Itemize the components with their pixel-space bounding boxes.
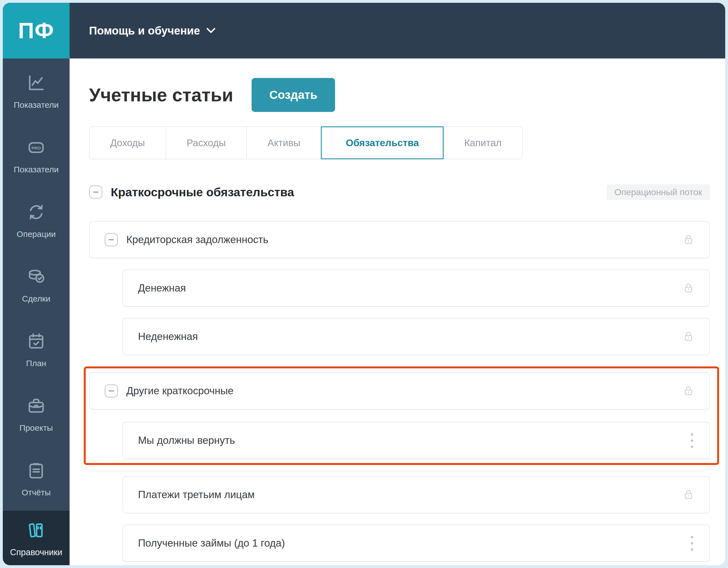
row-my-dolzhny-vernut[interactable]: Мы должны вернуть xyxy=(122,422,710,459)
row-nedenezhnaya[interactable]: Неденежная xyxy=(122,318,710,355)
sidebar-item-operacii[interactable]: Операции xyxy=(3,188,70,252)
sidebar-item-label: Сделки xyxy=(22,295,50,303)
help-menu-label: Помощь и обучение xyxy=(89,24,200,37)
page-title: Учетные статьи xyxy=(89,85,233,105)
collapse-minus-icon[interactable] xyxy=(89,185,102,199)
lock-icon xyxy=(682,282,695,295)
category-tabs: Доходы Расходы Активы Обязательства Капи… xyxy=(89,126,710,159)
sidebar-item-label: Проекты xyxy=(19,424,53,432)
row-creditor-debt[interactable]: Кредиторская задолженность xyxy=(89,221,710,258)
lock-icon xyxy=(682,233,695,246)
tab-aktivy[interactable]: Активы xyxy=(246,126,321,159)
lock-icon xyxy=(682,330,695,343)
help-menu[interactable]: Помощь и обучение xyxy=(89,24,216,37)
section-header: Краткосрочные обязательства Операционный… xyxy=(89,183,710,201)
row-label: Неденежная xyxy=(138,331,198,343)
row-label: Другие краткосрочные xyxy=(126,385,233,397)
pro-badge-icon: PRO xyxy=(26,137,47,158)
lock-icon xyxy=(682,385,695,397)
account-rows: Кредиторская задолженность Денежная xyxy=(89,221,710,562)
row-label: Платежи третьим лицам xyxy=(138,489,255,501)
top-bar: Помощь и обучение xyxy=(3,3,725,58)
sidebar-item-otchety[interactable]: Отчёты xyxy=(3,446,70,511)
collapse-minus-icon[interactable] xyxy=(105,384,118,398)
sidebar-item-pokazateli[interactable]: Показатели xyxy=(3,58,70,123)
collapse-minus-icon[interactable] xyxy=(105,233,118,246)
row-platezhi-tretim-licam[interactable]: Платежи третьим лицам xyxy=(122,476,710,513)
row-drugie-kratkosrochnye[interactable]: Другие краткосрочные xyxy=(89,372,710,410)
sidebar-item-sdelki[interactable]: Сделки xyxy=(3,252,70,317)
row-label: Денежная xyxy=(138,282,186,294)
sidebar-item-pokazateli-pro[interactable]: PRO Показатели xyxy=(3,123,70,188)
line-chart-icon xyxy=(26,72,47,93)
highlight-group: Другие краткосрочные Мы должны вернуть xyxy=(84,367,719,465)
app-logo[interactable]: ПФ xyxy=(3,3,70,58)
sidebar-item-label: Операции xyxy=(17,230,56,238)
section-title: Краткосрочные обязательства xyxy=(111,185,294,199)
tab-kapital[interactable]: Капитал xyxy=(443,126,523,159)
row-poluchennye-zaymy[interactable]: Полученные займы (до 1 года) xyxy=(122,525,710,562)
row-denezhnaya[interactable]: Денежная xyxy=(122,269,710,307)
tab-rashody[interactable]: Расходы xyxy=(166,126,247,159)
row-label: Кредиторская задолженность xyxy=(126,234,268,245)
app-logo-text: ПФ xyxy=(18,18,54,43)
coins-check-icon xyxy=(26,266,47,288)
briefcase-icon xyxy=(26,395,47,417)
sidebar-item-spravochniki[interactable]: Справочники xyxy=(3,511,70,565)
sidebar-item-label: Показатели xyxy=(14,165,59,174)
title-row: Учетные статьи Создать xyxy=(89,78,710,112)
sidebar-item-plan[interactable]: План xyxy=(3,317,70,382)
sidebar-item-label: Справочники xyxy=(10,548,62,557)
create-button[interactable]: Создать xyxy=(252,78,335,112)
app-window: Помощь и обучение ПФ Показатели PR xyxy=(3,3,725,565)
clipboard-icon xyxy=(26,460,47,481)
tab-dohody[interactable]: Доходы xyxy=(89,126,166,159)
main-content: Учетные статьи Создать Доходы Расходы Ак… xyxy=(70,58,725,565)
kebab-menu-icon[interactable] xyxy=(689,534,695,552)
calendar-check-icon xyxy=(26,331,47,352)
flow-type-badge: Операционный поток xyxy=(607,184,710,200)
sidebar-item-label: Отчёты xyxy=(22,488,51,497)
sync-arrows-icon xyxy=(26,201,47,223)
books-icon xyxy=(26,520,47,541)
lock-icon xyxy=(682,488,695,501)
tab-obyazatelstva[interactable]: Обязательства xyxy=(321,126,444,159)
chevron-down-icon xyxy=(206,28,216,34)
kebab-menu-icon[interactable] xyxy=(689,432,695,450)
sidebar-item-proekty[interactable]: Проекты xyxy=(3,382,70,446)
sidebar: Показатели PRO Показатели Операции xyxy=(3,58,70,565)
sidebar-item-label: Показатели xyxy=(14,101,59,109)
sidebar-item-label: План xyxy=(26,359,46,368)
row-label: Мы должны вернуть xyxy=(138,435,235,446)
svg-text:PRO: PRO xyxy=(31,146,41,150)
row-label: Полученные займы (до 1 года) xyxy=(138,537,285,549)
